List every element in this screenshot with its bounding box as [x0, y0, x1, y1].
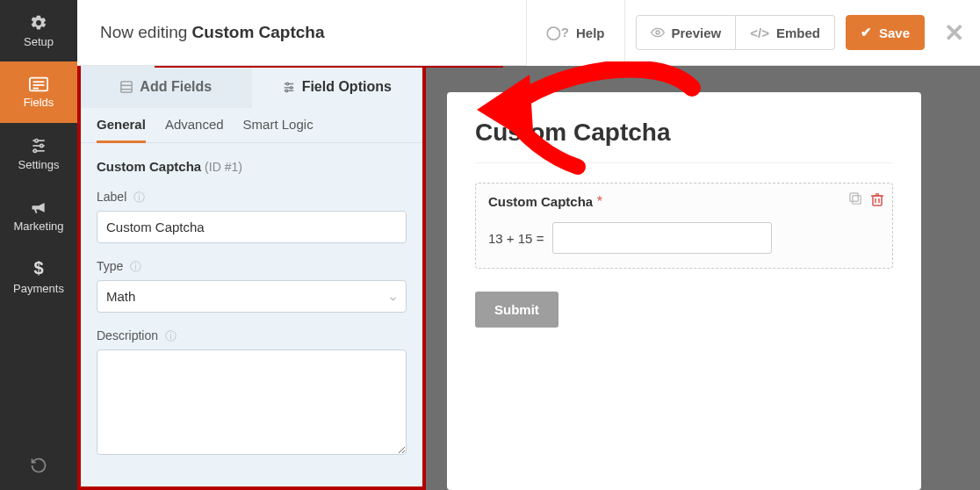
description-row: Description ⓘ	[97, 328, 407, 458]
type-row: Type ⓘ Math ⌵	[97, 259, 407, 313]
svg-point-22	[286, 83, 289, 85]
embed-button[interactable]: </> Embed	[736, 15, 835, 50]
tab-field-options[interactable]: Field Options	[252, 66, 423, 108]
nav-label: Payments	[13, 282, 64, 295]
subtab-smart-logic[interactable]: Smart Logic	[243, 117, 313, 142]
description-caption: Description ⓘ	[97, 328, 407, 344]
label-caption: Label ⓘ	[97, 190, 407, 205]
help-tooltip-icon[interactable]: ⓘ	[165, 329, 177, 342]
nav-setup[interactable]: Setup	[0, 0, 77, 61]
top-bar: Now editing Custom Captcha ◯? Help Previ…	[77, 0, 980, 66]
svg-rect-18	[121, 82, 132, 92]
close-icon: ✕	[944, 19, 964, 47]
type-select[interactable]: Math	[97, 280, 407, 313]
caption-text: Type	[97, 259, 123, 273]
help-button[interactable]: ◯? Help	[526, 0, 625, 66]
svg-point-7	[40, 144, 43, 147]
math-answer-input[interactable]	[552, 222, 772, 254]
svg-rect-29	[873, 196, 882, 205]
caption-text: Label	[97, 190, 126, 204]
required-star: *	[597, 194, 602, 209]
nav-settings[interactable]: Settings	[0, 123, 77, 184]
close-button[interactable]: ✕	[944, 18, 964, 47]
nav-label: Setup	[24, 35, 54, 48]
check-icon: ✔	[861, 25, 872, 40]
button-label: Help	[576, 25, 605, 40]
panel-body: Custom Captcha (ID #1) Label ⓘ Type	[81, 143, 422, 473]
panel-tabs: Add Fields Field Options	[81, 66, 422, 108]
eye-icon	[651, 27, 665, 38]
sliders-icon	[283, 81, 295, 93]
sub-tabs: General Advanced Smart Logic	[81, 108, 422, 143]
history-button[interactable]	[0, 441, 77, 490]
svg-point-5	[35, 139, 38, 141]
subtab-advanced[interactable]: Advanced	[165, 117, 224, 142]
bullhorn-icon	[30, 198, 47, 216]
field-actions	[849, 192, 883, 206]
preview-embed-group: Preview </> Embed	[636, 15, 835, 50]
submit-button[interactable]: Submit	[475, 292, 558, 328]
svg-rect-28	[850, 193, 858, 201]
sliders-icon	[30, 137, 47, 155]
tab-label: Add Fields	[140, 79, 212, 95]
svg-point-24	[290, 87, 292, 90]
description-textarea[interactable]	[97, 349, 407, 455]
nav-fields[interactable]: Fields	[0, 61, 77, 123]
svg-point-26	[285, 90, 288, 92]
field-title: Custom Captcha	[488, 194, 593, 209]
label-input[interactable]	[97, 211, 407, 243]
list-icon	[29, 76, 48, 92]
help-tooltip-icon[interactable]: ⓘ	[133, 191, 145, 204]
tab-add-fields[interactable]: Add Fields	[81, 66, 252, 108]
caption-text: Description	[97, 328, 158, 342]
field-id: (ID #1)	[205, 160, 242, 174]
field-options-panel: Add Fields Field Options General Advance…	[77, 66, 426, 490]
duplicate-icon[interactable]	[849, 192, 862, 206]
button-label: Embed	[776, 25, 820, 40]
nav-label: Marketing	[13, 220, 63, 233]
math-question: 13 + 15 =	[488, 231, 544, 246]
help-tooltip-icon[interactable]: ⓘ	[130, 260, 141, 273]
dollar-icon: $	[33, 258, 43, 278]
page-title: Now editing Custom Captcha	[100, 23, 325, 42]
svg-point-9	[33, 149, 36, 152]
left-nav: Setup Fields Settings Marketing $ Paymen…	[0, 0, 77, 490]
preview-button[interactable]: Preview	[636, 15, 737, 50]
grid-icon	[120, 81, 133, 93]
tab-label: Field Options	[302, 79, 392, 95]
save-button[interactable]: ✔ Save	[846, 15, 925, 50]
svg-point-17	[656, 31, 659, 34]
subtab-general[interactable]: General	[97, 117, 146, 143]
field-name: Custom Captcha	[97, 159, 201, 174]
field-title-row: Custom Captcha *	[488, 194, 880, 210]
question-icon: ◯?	[546, 25, 569, 40]
captcha-field-block[interactable]: Custom Captcha * 13 + 15 =	[475, 183, 893, 269]
code-icon: </>	[750, 25, 769, 40]
form-canvas: Custom Captcha Custom Captcha	[426, 66, 980, 490]
nav-label: Fields	[24, 96, 54, 109]
form-name: Custom Captcha	[192, 23, 325, 41]
math-row: 13 + 15 =	[488, 222, 880, 254]
nav-payments[interactable]: $ Payments	[0, 246, 77, 307]
nav-label: Settings	[18, 158, 60, 171]
button-label: Save	[879, 25, 910, 40]
field-heading: Custom Captcha (ID #1)	[97, 159, 407, 174]
history-icon	[30, 457, 47, 474]
trash-icon[interactable]	[871, 192, 883, 206]
form-preview: Custom Captcha Custom Captcha	[447, 92, 921, 490]
label-row: Label ⓘ	[97, 190, 407, 243]
form-preview-title: Custom Captcha	[475, 119, 893, 163]
type-caption: Type ⓘ	[97, 259, 407, 275]
nav-marketing[interactable]: Marketing	[0, 184, 77, 246]
svg-rect-27	[853, 196, 861, 204]
title-prefix: Now editing	[100, 23, 187, 41]
gear-icon	[30, 14, 47, 32]
button-label: Preview	[672, 25, 722, 40]
nav-bottom	[0, 441, 77, 490]
